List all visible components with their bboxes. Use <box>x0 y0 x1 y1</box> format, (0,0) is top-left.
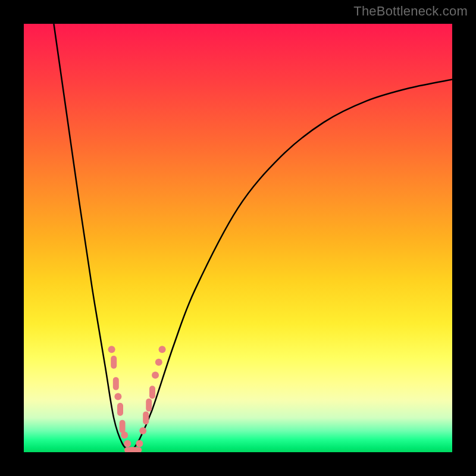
curve-layer <box>24 24 452 452</box>
highlight-marker <box>129 447 142 452</box>
highlight-marker <box>152 371 159 378</box>
bottleneck-curve-left <box>54 24 131 452</box>
highlight-markers <box>108 346 166 452</box>
chart-frame: TheBottleneck.com <box>0 0 476 476</box>
highlight-marker <box>108 346 115 353</box>
highlight-marker <box>117 403 123 416</box>
highlight-marker <box>159 346 166 353</box>
highlight-marker <box>155 359 162 366</box>
highlight-marker <box>139 427 146 434</box>
highlight-marker <box>120 420 126 433</box>
highlight-marker <box>136 440 143 447</box>
highlight-marker <box>111 356 117 369</box>
watermark-text: TheBottleneck.com <box>353 4 468 19</box>
highlight-marker <box>149 386 155 399</box>
highlight-marker <box>113 377 119 390</box>
highlight-marker <box>124 440 131 447</box>
plot-area <box>24 24 452 452</box>
bottleneck-curve-right <box>131 80 452 452</box>
highlight-marker <box>121 431 128 439</box>
highlight-marker <box>146 399 152 412</box>
highlight-marker <box>114 393 121 400</box>
highlight-marker <box>143 411 149 424</box>
